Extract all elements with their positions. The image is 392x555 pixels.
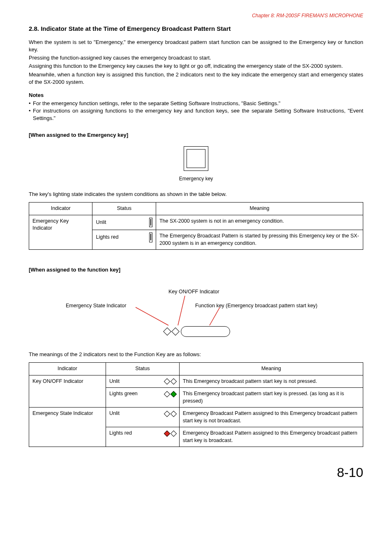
emergency-key-figure: Emergency key xyxy=(29,146,363,182)
led-left-icon xyxy=(163,327,171,336)
label-fnkey: Function key (Emergency broadcast patter… xyxy=(195,302,317,310)
paragraph-2: Pressing the function-assigned key cause… xyxy=(29,54,363,62)
function-key-diagram: Key ON/OFF Indicator Emergency State Ind… xyxy=(29,281,363,343)
fnk-subhead: [When assigned to the function key] xyxy=(29,266,363,274)
led-icon xyxy=(171,430,177,437)
note-item: • For the emergency function settings, r… xyxy=(29,100,363,107)
cell-meaning: Emergency Broadcast Pattern assigned to … xyxy=(179,408,363,427)
cell-status: Lights red xyxy=(92,230,156,250)
table-header-row: Indicator Status Meaning xyxy=(29,363,363,375)
status-label: Lights red xyxy=(109,430,132,437)
paragraph-4: Meanwhile, when a function key is assign… xyxy=(29,71,363,86)
emk-lead: The key's lighting state indicates the s… xyxy=(29,191,363,198)
emk-subhead: [When assigned to the Emergency key] xyxy=(29,131,363,139)
emergency-key-inner-icon xyxy=(187,149,205,168)
key-unlit-icon xyxy=(149,218,152,228)
led-icon xyxy=(171,378,177,385)
cell-meaning: This Emergency broadcast pattern start k… xyxy=(179,375,363,388)
cell-indicator: Key ON/OFF Indicator xyxy=(29,375,106,408)
cell-meaning: This Emergency broadcast pattern start k… xyxy=(179,388,363,408)
chapter-header: Chapter 8: RM-200SF FIREMAN'S MICROPHONE xyxy=(29,12,363,19)
table-row: Emergency State Indicator Unlit Emergenc… xyxy=(29,408,363,427)
label-onoff: Key ON/OFF Indicator xyxy=(168,288,219,296)
th-indicator: Indicator xyxy=(29,363,106,375)
led-green-icon xyxy=(171,391,177,397)
led-red-icon xyxy=(164,430,171,437)
th-status: Status xyxy=(92,203,156,215)
led-right-icon xyxy=(171,327,180,336)
svg-line-1 xyxy=(136,307,168,325)
bullet-icon: • xyxy=(29,107,33,115)
emk-table: Indicator Status Meaning Emergency Key I… xyxy=(29,202,363,250)
led-icon xyxy=(164,378,171,385)
cell-meaning: Emergency Broadcast Pattern assigned to … xyxy=(179,427,363,447)
note-text: For instructions on assigning functions … xyxy=(33,107,363,122)
label-emstate: Emergency State Indicator xyxy=(66,302,126,310)
fnk-table: Indicator Status Meaning Key ON/OFF Indi… xyxy=(29,362,363,447)
cell-status: Unlit xyxy=(106,375,179,388)
function-key-pill-icon xyxy=(181,326,230,337)
section-title: 2.8. Indicator State at the Time of Emer… xyxy=(29,24,363,33)
note-text: For the emergency function settings, ref… xyxy=(33,100,363,107)
cell-status: Unlit xyxy=(92,215,156,230)
emergency-key-caption: Emergency key xyxy=(29,175,363,182)
notes-title: Notes xyxy=(29,92,363,99)
fnk-lead: The meanings of the 2 indicators next to… xyxy=(29,351,363,358)
status-label: Unlit xyxy=(96,219,106,226)
th-meaning: Meaning xyxy=(156,203,363,215)
led-icon xyxy=(171,410,177,417)
status-label: Lights red xyxy=(96,234,118,241)
status-label: Unlit xyxy=(109,378,120,385)
table-header-row: Indicator Status Meaning xyxy=(29,203,363,215)
led-pair-icon xyxy=(165,392,176,396)
svg-line-2 xyxy=(210,307,220,325)
led-pair-icon xyxy=(165,379,176,384)
table-row: Key ON/OFF Indicator Unlit This Emergenc… xyxy=(29,375,363,388)
led-icon xyxy=(164,391,171,397)
cell-meaning: The SX-2000 system is not in an emergenc… xyxy=(156,215,363,230)
page-number: 8-10 xyxy=(29,463,363,482)
emergency-key-outer-icon xyxy=(184,146,208,171)
key-red-icon xyxy=(149,233,152,242)
paragraph-3: Assigning this function to the Emergency… xyxy=(29,62,363,70)
paragraph-1: When the system is set to "Emergency," t… xyxy=(29,39,363,53)
led-icon xyxy=(164,410,171,417)
status-label: Unlit xyxy=(109,410,120,417)
status-label: Lights green xyxy=(109,390,138,398)
cell-status: Lights red xyxy=(106,427,179,447)
cell-indicator: Emergency State Indicator xyxy=(29,408,106,447)
led-pair-icon xyxy=(165,412,176,416)
led-pair-icon xyxy=(165,431,176,436)
table-row: Emergency Key Indicator Unlit The SX-200… xyxy=(29,215,363,230)
svg-line-0 xyxy=(178,296,185,325)
cell-status: Lights green xyxy=(106,388,179,408)
cell-indicator: Emergency Key Indicator xyxy=(29,215,92,250)
cell-status: Unlit xyxy=(106,408,179,427)
th-meaning: Meaning xyxy=(179,363,363,375)
th-status: Status xyxy=(106,363,179,375)
cell-meaning: The Emergency Broadcast Pattern is start… xyxy=(156,230,363,250)
th-indicator: Indicator xyxy=(29,203,92,215)
note-item: • For instructions on assigning function… xyxy=(29,107,363,122)
bullet-icon: • xyxy=(29,100,33,107)
